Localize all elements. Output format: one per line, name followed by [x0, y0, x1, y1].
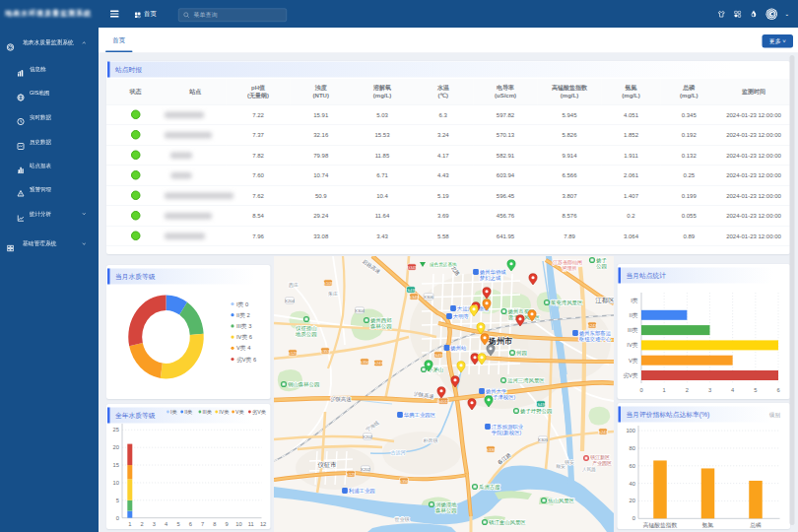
- svg-text:S243: S243: [587, 323, 597, 328]
- svg-text:氨氮: 氨氮: [702, 521, 714, 528]
- svg-text:产业园区: 产业园区: [592, 460, 612, 467]
- svg-text:顺安: 顺安: [556, 463, 565, 469]
- svg-text:华腾工业园区: 华腾工业园区: [404, 412, 436, 419]
- svg-text:X202: X202: [361, 467, 370, 472]
- svg-text:10: 10: [113, 480, 119, 486]
- svg-text:5: 5: [116, 498, 119, 503]
- svg-text:森林公园: 森林公园: [435, 507, 457, 514]
- svg-text:II类: II类: [630, 312, 638, 318]
- svg-text:高锰酸盐指数: 高锰酸盐指数: [643, 522, 678, 529]
- svg-text:1: 1: [663, 387, 666, 393]
- svg-text:12: 12: [260, 521, 266, 527]
- svg-text:25: 25: [113, 427, 119, 432]
- svg-text:茱萸湾风景区: 茱萸湾风景区: [551, 299, 583, 306]
- svg-text:江都区: 江都区: [594, 297, 614, 304]
- svg-text:劣V类: 劣V类: [252, 409, 267, 416]
- svg-text:III类: III类: [202, 409, 212, 415]
- svg-text:沪陕高速: 沪陕高速: [331, 396, 352, 403]
- svg-text:S356: S356: [399, 479, 409, 484]
- svg-text:S336: S336: [486, 447, 496, 452]
- svg-text:S49: S49: [407, 288, 415, 293]
- svg-text:II类: II类: [184, 409, 193, 415]
- svg-text:世业镇: 世业镇: [394, 516, 410, 522]
- svg-text:IV类 6: IV类 6: [236, 334, 252, 340]
- svg-text:S345: S345: [409, 295, 419, 299]
- svg-text:学院(新校区): 学院(新校区): [492, 430, 522, 436]
- svg-text:80: 80: [630, 445, 635, 451]
- svg-text:S243: S243: [598, 430, 608, 434]
- svg-text:公园: 公园: [596, 263, 607, 270]
- svg-text:100: 100: [626, 428, 635, 433]
- svg-text:朱庄: 朱庄: [328, 291, 338, 297]
- svg-text:5: 5: [176, 521, 179, 527]
- svg-text:S105: S105: [323, 281, 333, 286]
- svg-text:II类 2: II类 2: [236, 312, 250, 318]
- svg-text:梦幻之城: 梦幻之城: [480, 275, 501, 282]
- svg-text:扬州站: 扬州站: [450, 345, 467, 352]
- svg-text:9: 9: [226, 521, 229, 527]
- svg-text:6: 6: [189, 521, 192, 527]
- svg-text:地质公园: 地质公园: [295, 331, 317, 338]
- svg-text:X202: X202: [363, 434, 372, 439]
- svg-text:40: 40: [630, 481, 635, 487]
- svg-text:仪征市: 仪征市: [317, 461, 336, 468]
- svg-text:V类: V类: [629, 358, 638, 364]
- svg-text:4: 4: [165, 521, 168, 527]
- svg-text:8: 8: [213, 521, 216, 527]
- svg-text:I类: I类: [170, 409, 177, 415]
- svg-text:S243: S243: [373, 361, 383, 366]
- svg-text:0: 0: [639, 387, 642, 393]
- svg-text:S125: S125: [288, 351, 298, 356]
- svg-text:0: 0: [632, 515, 635, 521]
- svg-text:11: 11: [248, 521, 254, 527]
- svg-text:何园: 何园: [516, 350, 527, 357]
- svg-text:S49: S49: [434, 353, 442, 358]
- svg-text:扬子圩野公园: 扬子圩野公园: [520, 408, 552, 415]
- svg-text:X204: X204: [285, 299, 295, 303]
- svg-text:朴席镇: 朴席镇: [423, 437, 438, 443]
- svg-text:西庄: 西庄: [289, 282, 299, 289]
- svg-text:枢纽交通中心: 枢纽交通中心: [579, 336, 612, 342]
- svg-text:大明寺: 大明寺: [453, 313, 470, 319]
- svg-text:20: 20: [630, 498, 635, 503]
- svg-text:X305: X305: [538, 437, 548, 442]
- svg-text:S356: S356: [360, 360, 369, 365]
- svg-text:IV类: IV类: [627, 342, 637, 348]
- svg-text:V类 4: V类 4: [236, 345, 251, 351]
- svg-text:G4011: G4011: [437, 399, 450, 404]
- svg-text:IV类: IV类: [219, 409, 230, 415]
- svg-text:0: 0: [116, 515, 119, 521]
- svg-text:焦山风景区: 焦山风景区: [548, 498, 575, 503]
- svg-text:森林公园: 森林公园: [370, 323, 392, 330]
- svg-text:总磷: 总磷: [749, 522, 762, 528]
- svg-text:瓜洲古渡: 瓜洲古渡: [479, 484, 500, 491]
- svg-text:镇安: 镇安: [565, 459, 574, 465]
- svg-text:2: 2: [686, 387, 689, 393]
- svg-text:III类: III类: [628, 327, 638, 333]
- svg-text:古运河: 古运河: [391, 449, 406, 456]
- svg-text:铜山森林公园: 铜山森林公园: [288, 381, 319, 388]
- svg-text:S353: S353: [320, 349, 330, 354]
- svg-text:1: 1: [128, 521, 131, 527]
- svg-text:管理所: 管理所: [563, 265, 577, 272]
- svg-text:劣V类 6: 劣V类 6: [236, 357, 256, 364]
- svg-text:2: 2: [140, 521, 143, 527]
- svg-text:S125: S125: [346, 472, 356, 477]
- svg-text:III类 3: III类 3: [236, 323, 251, 329]
- svg-text:I类 0: I类 0: [236, 301, 248, 307]
- svg-text:G345: G345: [407, 265, 418, 270]
- svg-text:运河三湾风景区: 运河三湾风景区: [507, 377, 545, 384]
- svg-text:I类: I类: [631, 298, 638, 303]
- svg-text:X304: X304: [355, 308, 365, 313]
- svg-text:10: 10: [235, 521, 241, 527]
- svg-text:S49: S49: [537, 402, 545, 407]
- svg-text:7: 7: [201, 521, 204, 527]
- svg-text:镇江金山风景区: 镇江金山风景区: [489, 519, 526, 525]
- svg-text:15: 15: [113, 462, 119, 468]
- svg-text:6: 6: [776, 387, 779, 393]
- svg-text:3: 3: [708, 387, 711, 393]
- svg-text:4: 4: [731, 387, 735, 393]
- svg-text:劣V类: 劣V类: [623, 372, 638, 379]
- svg-text:60: 60: [630, 463, 635, 469]
- svg-text:人民路: 人民路: [582, 467, 596, 472]
